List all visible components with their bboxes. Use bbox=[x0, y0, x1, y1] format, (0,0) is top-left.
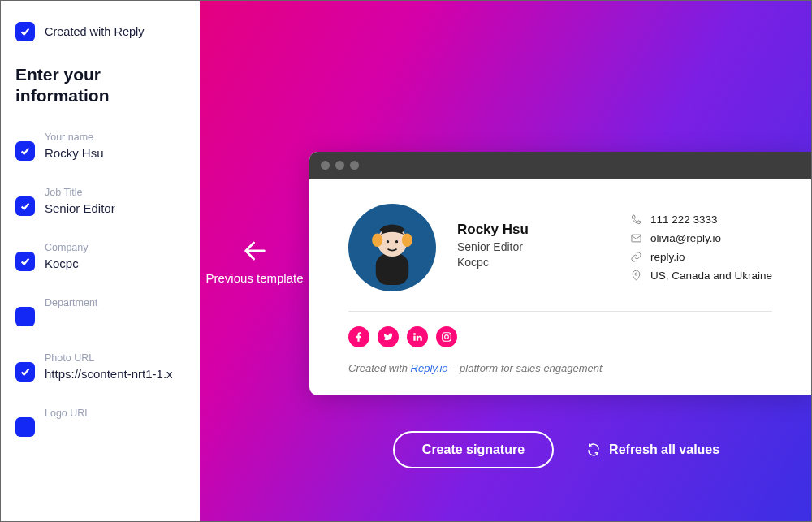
field-label-job-title: Job Title bbox=[45, 187, 185, 198]
field-label-name: Your name bbox=[45, 132, 185, 143]
window-titlebar bbox=[309, 152, 811, 179]
checkbox-icon[interactable] bbox=[15, 362, 35, 382]
section-heading: Enter your information bbox=[15, 64, 185, 107]
field-photo-url: Photo URL bbox=[15, 352, 185, 382]
identity-block: Rocky Hsu Senior Editor Kocpc bbox=[457, 204, 609, 291]
previous-template-label: Previous template bbox=[205, 271, 303, 285]
field-department: Department bbox=[15, 297, 185, 326]
refresh-icon bbox=[586, 442, 601, 457]
previous-template-button[interactable]: Previous template bbox=[200, 237, 309, 285]
svg-point-4 bbox=[402, 233, 412, 247]
avatar bbox=[348, 204, 436, 291]
field-logo-url: Logo URL bbox=[15, 408, 185, 437]
instagram-icon[interactable] bbox=[436, 326, 457, 347]
refresh-values-button[interactable]: Refresh all values bbox=[578, 433, 728, 467]
field-job-title: Job Title bbox=[15, 187, 185, 216]
traffic-light-icon bbox=[335, 161, 344, 170]
field-label-department: Department bbox=[45, 297, 185, 308]
preview-job-title: Senior Editor bbox=[457, 239, 609, 256]
contact-website: reply.io bbox=[630, 251, 772, 263]
traffic-light-icon bbox=[350, 161, 359, 170]
credit-link[interactable]: Reply.io bbox=[411, 362, 448, 374]
traffic-light-icon bbox=[321, 161, 330, 170]
checkbox-icon[interactable] bbox=[15, 252, 35, 271]
phone-icon bbox=[630, 214, 642, 226]
contact-email: olivia@reply.io bbox=[630, 232, 772, 244]
contact-block: 111 222 3333 olivia@reply.io reply.io bbox=[630, 204, 772, 291]
create-signature-button[interactable]: Create signature bbox=[393, 431, 554, 468]
map-pin-icon bbox=[630, 270, 642, 282]
logo-url-input[interactable] bbox=[45, 422, 185, 436]
contact-phone: 111 222 3333 bbox=[630, 214, 772, 226]
svg-point-6 bbox=[395, 239, 398, 242]
name-input[interactable] bbox=[45, 146, 185, 160]
svg-rect-1 bbox=[376, 253, 408, 285]
checkbox-icon[interactable] bbox=[15, 417, 35, 437]
checkbox-icon[interactable] bbox=[15, 141, 35, 161]
checkbox-icon[interactable] bbox=[15, 196, 35, 216]
action-buttons: Create signature Refresh all values bbox=[309, 431, 811, 468]
contact-address: US, Canada and Ukraine bbox=[630, 270, 772, 282]
field-your-name: Your name bbox=[15, 132, 185, 161]
job-title-input[interactable] bbox=[45, 201, 185, 215]
preview-name: Rocky Hsu bbox=[457, 222, 609, 238]
field-label-logo-url: Logo URL bbox=[45, 408, 185, 419]
twitter-icon[interactable] bbox=[378, 326, 399, 347]
checkbox-icon[interactable] bbox=[15, 307, 35, 326]
mail-icon bbox=[630, 232, 642, 244]
sidebar: Created with Reply Enter your informatio… bbox=[1, 1, 200, 521]
linkedin-icon[interactable] bbox=[407, 326, 428, 347]
field-label-photo-url: Photo URL bbox=[45, 352, 185, 364]
svg-point-8 bbox=[635, 273, 637, 275]
social-row bbox=[348, 326, 772, 347]
created-with-reply-label: Created with Reply bbox=[45, 25, 145, 38]
created-with-reply-toggle[interactable]: Created with Reply bbox=[15, 22, 185, 41]
svg-point-3 bbox=[372, 233, 382, 247]
department-input[interactable] bbox=[45, 312, 185, 326]
preview-window: Rocky Hsu Senior Editor Kocpc 111 222 33… bbox=[309, 152, 811, 395]
credit-line: Created with Reply.io – platform for sal… bbox=[348, 362, 772, 374]
company-input[interactable] bbox=[45, 257, 185, 270]
main-area: Previous template bbox=[200, 1, 811, 521]
photo-url-input[interactable] bbox=[45, 367, 185, 381]
field-company: Company bbox=[15, 242, 185, 271]
svg-point-5 bbox=[387, 239, 389, 242]
checkbox-icon bbox=[15, 22, 35, 41]
divider bbox=[348, 311, 772, 312]
svg-rect-7 bbox=[632, 235, 641, 242]
facebook-icon[interactable] bbox=[348, 326, 369, 347]
preview-company: Kocpc bbox=[457, 255, 609, 271]
svg-point-10 bbox=[445, 334, 449, 339]
field-label-company: Company bbox=[45, 242, 185, 253]
arrow-left-icon bbox=[241, 237, 269, 265]
svg-point-11 bbox=[448, 334, 450, 335]
link-icon bbox=[630, 251, 642, 263]
